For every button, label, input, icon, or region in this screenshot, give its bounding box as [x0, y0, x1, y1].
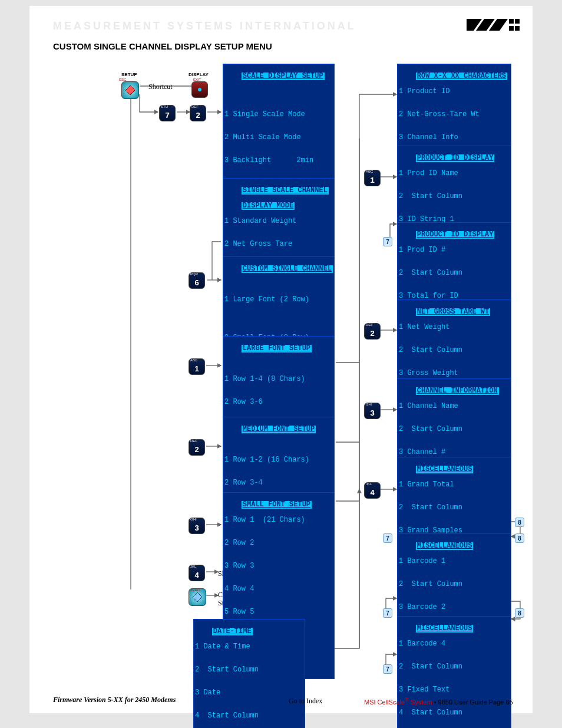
key-4-b[interactable]: JKL4 [364, 482, 381, 499]
key-2-b[interactable]: DEF2 [189, 439, 205, 456]
shortcut-label: Shortcut [148, 83, 173, 91]
badge-7-a: 7 [383, 237, 392, 246]
company-header: MEASUREMENT SYSTEMS INTERNATIONAL [53, 20, 356, 32]
key-3-b[interactable]: GHI3 [364, 403, 381, 419]
key-2-c[interactable]: DEF2 [364, 323, 381, 340]
badge-8-a: 8 [515, 518, 524, 527]
badge-7-b: 7 [383, 533, 392, 543]
key-1-c[interactable]: ABC1 [364, 170, 381, 186]
panel-date-time: DATE-TIME 1 Date & Time 2 Start Column 3… [193, 619, 305, 728]
badge-8-b: 8 [515, 533, 524, 543]
exit-key[interactable] [191, 81, 208, 98]
panel-misc-3: MISCELLANEOUS 1 Barcode 4 2 Start Column… [397, 616, 511, 728]
setup-key[interactable] [121, 81, 139, 99]
footer-index-link[interactable]: Go to Index [289, 697, 322, 706]
msi-logo [467, 17, 521, 35]
svg-rect-7 [509, 26, 514, 31]
svg-rect-8 [515, 26, 520, 31]
key-2[interactable]: DEF2 [190, 105, 206, 121]
footer-right: MSI CellScale® System • 9850 User Guide … [364, 697, 513, 706]
setup-label: SETUP [121, 72, 137, 77]
badge-7-c: 7 [383, 608, 392, 618]
key-7[interactable]: STU7 [159, 105, 176, 121]
key-6[interactable]: PQR6 [189, 272, 205, 289]
badge-8-c: 8 [515, 608, 524, 618]
zero-key[interactable]: ZERO [189, 588, 206, 606]
svg-rect-6 [515, 19, 520, 24]
key-1-b[interactable]: ABC1 [189, 358, 205, 375]
badge-7-d: 7 [383, 664, 392, 674]
key-3-a[interactable]: GHI3 [189, 518, 205, 534]
display-label: DISPLAY [189, 72, 209, 77]
key-4-a[interactable]: JKL4 [189, 565, 205, 581]
svg-marker-10 [193, 592, 202, 602]
section-title: CUSTOM SINGLE CHANNEL DISPLAY SETUP MENU [53, 41, 272, 51]
svg-marker-9 [125, 85, 135, 95]
svg-rect-5 [509, 19, 514, 24]
footer-firmware: Firmware Version 5-XX for 2450 Modems [53, 696, 176, 704]
